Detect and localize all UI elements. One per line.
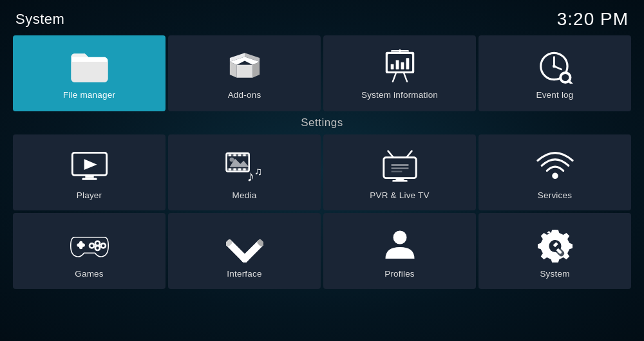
settings-section: Settings Player [13, 116, 631, 289]
system-information-label: System information [361, 90, 438, 100]
main-content: File manager [0, 35, 644, 341]
tile-system[interactable]: System [478, 213, 631, 289]
svg-rect-30 [243, 154, 245, 156]
svg-line-6 [392, 73, 395, 82]
svg-point-48 [552, 172, 558, 179]
top-bar: System 3:20 PM [0, 0, 644, 35]
svg-rect-47 [392, 180, 407, 181]
tile-event-log[interactable]: Event log [478, 35, 631, 111]
tile-add-ons[interactable]: Add-ons [168, 35, 321, 111]
system-information-icon [379, 49, 421, 84]
svg-line-13 [554, 66, 561, 69]
player-label: Player [77, 190, 102, 200]
svg-rect-46 [395, 178, 404, 180]
svg-point-36 [229, 157, 234, 161]
tile-games[interactable]: Games [13, 213, 166, 289]
tile-pvr-live-tv[interactable]: PVR & Live TV [323, 134, 476, 210]
svg-line-7 [404, 73, 407, 82]
games-icon [69, 228, 110, 263]
tile-interface[interactable]: Interface [168, 213, 321, 289]
tile-file-manager[interactable]: File manager [13, 35, 166, 111]
system-label: System [540, 269, 569, 279]
tile-player[interactable]: Player [13, 134, 166, 210]
svg-line-18 [568, 80, 572, 84]
services-label: Services [538, 190, 572, 200]
tile-media[interactable]: ♪ ♫ Media [168, 134, 321, 210]
tile-profiles[interactable]: Profiles [323, 213, 476, 289]
svg-rect-2 [390, 64, 393, 69]
svg-rect-34 [243, 168, 245, 170]
games-label: Games [75, 269, 104, 279]
clock: 3:20 PM [557, 9, 629, 30]
event-log-label: Event log [536, 90, 573, 100]
tile-services[interactable]: Services [478, 134, 631, 210]
svg-rect-50 [79, 241, 82, 248]
svg-rect-3 [395, 60, 399, 69]
services-icon [535, 149, 576, 184]
app-title: System [15, 11, 64, 28]
svg-point-60 [393, 230, 406, 244]
svg-rect-27 [228, 154, 231, 156]
settings-title: Settings [13, 116, 631, 129]
svg-line-41 [388, 151, 393, 157]
top-row: File manager [13, 35, 631, 111]
svg-line-42 [406, 151, 412, 157]
interface-label: Interface [227, 269, 261, 279]
svg-rect-31 [228, 168, 231, 170]
pvr-live-tv-icon [379, 149, 421, 184]
svg-rect-5 [406, 58, 409, 69]
media-icon: ♪ ♫ [224, 149, 265, 184]
profiles-label: Profiles [384, 269, 415, 279]
svg-text:♪: ♪ [247, 167, 254, 183]
add-ons-icon [224, 49, 265, 84]
file-manager-icon [69, 49, 110, 84]
svg-rect-28 [233, 154, 236, 156]
file-manager-label: File manager [63, 90, 115, 100]
tile-system-information[interactable]: System information [323, 35, 476, 111]
svg-rect-29 [238, 154, 240, 156]
svg-rect-23 [82, 178, 97, 180]
svg-text:♫: ♫ [254, 165, 263, 177]
event-log-icon [535, 49, 576, 84]
system-icon [535, 228, 576, 263]
svg-rect-4 [401, 62, 404, 69]
interface-icon [224, 228, 265, 263]
svg-rect-33 [238, 168, 240, 170]
pvr-live-tv-label: PVR & Live TV [370, 190, 429, 200]
svg-rect-22 [85, 175, 93, 178]
add-ons-label: Add-ons [228, 90, 261, 100]
settings-grid: Player [13, 134, 631, 289]
svg-rect-32 [233, 168, 236, 170]
media-label: Media [232, 190, 257, 200]
profiles-icon [379, 228, 421, 263]
player-icon [69, 149, 110, 184]
